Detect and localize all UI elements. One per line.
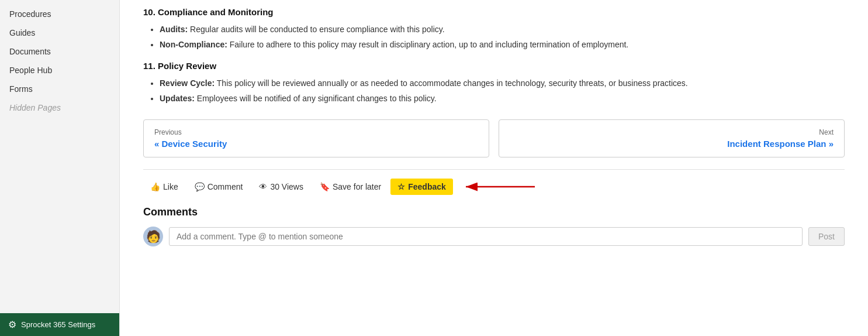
comments-section: Comments 🧑 Post bbox=[143, 206, 845, 246]
bullet-noncompliance-label: Non-Compliance: bbox=[160, 40, 227, 49]
bullet-updates-text: Employees will be notified of any signif… bbox=[197, 94, 437, 103]
sidebar-item-forms[interactable]: Forms bbox=[0, 80, 119, 98]
sidebar-item-hidden-pages[interactable]: Hidden Pages bbox=[0, 98, 119, 117]
avatar-face: 🧑 bbox=[146, 231, 161, 242]
main-content: 10. Compliance and Monitoring Audits: Re… bbox=[120, 0, 868, 336]
bullet-audits: Audits: Regular audits will be conducted… bbox=[160, 23, 845, 36]
bookmark-icon: 🔖 bbox=[320, 182, 330, 191]
prev-nav-label: Previous bbox=[154, 128, 478, 136]
comment-button[interactable]: 💬 Comment bbox=[188, 179, 250, 195]
like-label: Like bbox=[163, 182, 178, 191]
sidebar-item-documents[interactable]: Documents bbox=[0, 42, 119, 61]
bullet-noncompliance: Non-Compliance: Failure to adhere to thi… bbox=[160, 38, 845, 51]
bullet-audits-label: Audits: bbox=[160, 25, 188, 34]
eye-icon: 👁 bbox=[259, 182, 267, 191]
sidebar-footer[interactable]: ⚙ Sprocket 365 Settings bbox=[0, 313, 119, 336]
next-nav-card[interactable]: Next Incident Response Plan » bbox=[499, 119, 845, 157]
like-button[interactable]: 👍 Like bbox=[143, 179, 185, 195]
next-nav-label: Next bbox=[510, 128, 834, 136]
sidebar-item-people-hub[interactable]: People Hub bbox=[0, 61, 119, 80]
comment-input-row: 🧑 Post bbox=[143, 227, 845, 246]
bullet-review-cycle-label: Review Cycle: bbox=[160, 78, 215, 88]
views-button[interactable]: 👁 30 Views bbox=[252, 179, 310, 195]
section10-bullets: Audits: Regular audits will be conducted… bbox=[143, 23, 845, 52]
sidebar-item-guides[interactable]: Guides bbox=[0, 23, 119, 42]
bullet-noncompliance-text: Failure to adhere to this policy may res… bbox=[230, 40, 628, 49]
section-divider bbox=[143, 169, 845, 170]
section11-bullets: Review Cycle: This policy will be review… bbox=[143, 77, 845, 105]
section-policy-review: 11. Policy Review Review Cycle: This pol… bbox=[143, 61, 845, 105]
next-nav-title: Incident Response Plan » bbox=[510, 139, 834, 149]
comments-title: Comments bbox=[143, 206, 845, 218]
save-for-later-label: Save for later bbox=[333, 182, 381, 191]
bullet-review-cycle: Review Cycle: This policy will be review… bbox=[160, 77, 845, 90]
views-label: 30 Views bbox=[270, 182, 303, 191]
prev-nav-card[interactable]: Previous « Device Security bbox=[143, 119, 489, 157]
comment-label: Comment bbox=[208, 182, 243, 191]
sidebar: Procedures Guides Documents People Hub F… bbox=[0, 0, 120, 336]
bullet-audits-text: Regular audits will be conducted to ensu… bbox=[190, 25, 445, 34]
sidebar-footer-label: Sprocket 365 Settings bbox=[21, 320, 95, 329]
bullet-updates: Updates: Employees will be notified of a… bbox=[160, 92, 845, 105]
nav-cards: Previous « Device Security Next Incident… bbox=[143, 119, 845, 157]
post-button[interactable]: Post bbox=[808, 227, 845, 246]
comment-icon: 💬 bbox=[195, 182, 205, 191]
bullet-updates-label: Updates: bbox=[160, 94, 195, 103]
feedback-label: Feedback bbox=[408, 182, 446, 191]
section11-heading: 11. Policy Review bbox=[143, 61, 845, 71]
arrow-annotation bbox=[460, 178, 536, 196]
red-arrow-icon bbox=[460, 178, 536, 196]
sidebar-nav: Procedures Guides Documents People Hub F… bbox=[0, 0, 119, 313]
save-for-later-button[interactable]: 🔖 Save for later bbox=[313, 179, 388, 195]
section-compliance: 10. Compliance and Monitoring Audits: Re… bbox=[143, 7, 845, 52]
feedback-button[interactable]: ☆ Feedback bbox=[390, 179, 453, 195]
bullet-review-cycle-text: This policy will be reviewed annually or… bbox=[217, 78, 688, 88]
section10-heading: 10. Compliance and Monitoring bbox=[143, 7, 845, 17]
star-icon: ☆ bbox=[397, 182, 405, 191]
thumbs-up-icon: 👍 bbox=[150, 182, 160, 191]
action-bar: 👍 Like 💬 Comment 👁 30 Views 🔖 Save for l… bbox=[143, 178, 845, 196]
prev-nav-title: « Device Security bbox=[154, 139, 478, 149]
sidebar-item-procedures[interactable]: Procedures bbox=[0, 5, 119, 23]
gear-icon: ⚙ bbox=[8, 319, 16, 330]
avatar: 🧑 bbox=[143, 227, 163, 246]
comment-input[interactable] bbox=[169, 227, 803, 246]
